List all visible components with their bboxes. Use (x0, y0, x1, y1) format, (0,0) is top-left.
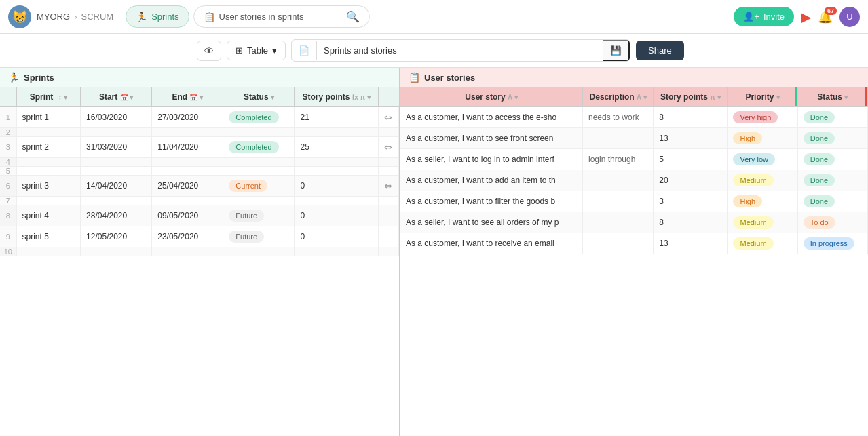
sprint-expand[interactable]: ⇔ (379, 137, 399, 158)
sprint-expand[interactable]: ⇔ (379, 107, 399, 128)
col-story-status[interactable]: Status ▾ (797, 87, 867, 107)
sprint-status (223, 167, 295, 176)
tab-sprints[interactable]: 🏃 Sprints (126, 5, 189, 28)
stories-section-label: User stories (424, 73, 475, 83)
stories-table: User story A ▾ Description A ▾ Story poi… (400, 87, 868, 254)
app-logo: 😸 (8, 5, 31, 28)
table-view-button[interactable]: ⊞ Table ▾ (227, 41, 286, 60)
sprint-name: sprint 3 (16, 176, 81, 197)
story-status: Done (797, 191, 867, 212)
sprint-start (81, 167, 152, 176)
row-num: 9 (0, 226, 16, 247)
sprints-tab-icon: 🏃 (136, 12, 147, 22)
story-text: As a customer, I want to see front scree… (400, 128, 582, 149)
sprint-end: 09/05/2020 (152, 205, 223, 226)
table-icon: ⊞ (235, 45, 243, 56)
sprint-expand[interactable] (379, 167, 399, 176)
sprint-points (295, 167, 379, 176)
story-description: login through (582, 149, 653, 170)
project-name[interactable]: SCRUM (81, 12, 113, 22)
sprints-table: Sprint ↕ ▾ Start 📅 ▾ End 📅 ▾ Status ▾ St… (0, 87, 399, 256)
sprint-name: sprint 5 (16, 226, 81, 247)
story-points: 20 (654, 170, 728, 191)
sprint-name (16, 247, 81, 256)
story-text: As a customer, I want to access the e-sh… (400, 107, 582, 128)
sprint-start (81, 247, 152, 256)
sprints-tab-label: Sprints (151, 12, 178, 22)
col-start[interactable]: Start 📅 ▾ (81, 87, 152, 107)
sprint-name: sprint 1 (16, 107, 81, 128)
col-user-story[interactable]: User story A ▾ (400, 87, 582, 107)
story-status: Done (797, 107, 867, 128)
sprint-expand[interactable] (379, 128, 399, 137)
story-status: To do (797, 212, 867, 233)
row-num: 8 (0, 205, 16, 226)
nav-right: 👤+ Invite ▶ 🔔 67 U (734, 7, 860, 27)
story-status: Done (797, 149, 867, 170)
sprint-expand[interactable] (379, 197, 399, 205)
tab-stories[interactable]: 📋 🔍 (193, 5, 370, 28)
sprint-status: Completed (223, 107, 295, 128)
sprint-points (295, 247, 379, 256)
sprint-expand[interactable] (379, 205, 399, 226)
sprint-name (16, 158, 81, 167)
col-priority[interactable]: Priority ▾ (728, 87, 797, 107)
notification-button[interactable]: 🔔 67 (818, 9, 833, 24)
save-button[interactable]: 💾 (603, 40, 630, 61)
expand-icon[interactable]: ⇔ (384, 142, 392, 153)
story-status: Done (797, 170, 867, 191)
sprint-expand[interactable]: ⇔ (379, 176, 399, 197)
story-description: needs to work (582, 107, 653, 128)
story-points: 8 (654, 107, 728, 128)
expand-icon[interactable]: ⇔ (384, 112, 392, 123)
sprint-status (223, 247, 295, 256)
sprints-section-label: Sprints (24, 73, 54, 83)
story-points: 13 (654, 233, 728, 254)
search-button[interactable]: 🔍 (346, 10, 360, 23)
sprint-expand[interactable] (379, 158, 399, 167)
share-button[interactable]: Share (636, 41, 684, 60)
col-points[interactable]: Story points fx π ▾ (295, 87, 379, 107)
sprint-name: sprint 4 (16, 205, 81, 226)
sprint-name (16, 128, 81, 137)
col-description[interactable]: Description A ▾ (582, 87, 653, 107)
org-name[interactable]: MYORG (37, 12, 70, 22)
sprint-status: Future (223, 205, 295, 226)
stories-section: 📋 User stories User story A ▾ Descriptio… (400, 68, 868, 436)
stories-tab-input[interactable] (219, 12, 342, 22)
col-end[interactable]: End 📅 ▾ (152, 87, 223, 107)
view-title-input[interactable] (317, 41, 603, 60)
sprint-points: 21 (295, 107, 379, 128)
visibility-button[interactable]: 👁 (197, 41, 221, 61)
story-points: 3 (654, 191, 728, 212)
story-points: 5 (654, 149, 728, 170)
col-story-points[interactable]: Story points π ▾ (654, 87, 728, 107)
sprint-status: Completed (223, 137, 295, 158)
table-label: Table (247, 45, 268, 56)
invite-button[interactable]: 👤+ Invite (734, 7, 794, 26)
col-sprint[interactable]: Sprint ↕ ▾ (16, 87, 81, 107)
sprint-expand[interactable] (379, 226, 399, 247)
sprint-expand[interactable] (379, 247, 399, 256)
user-avatar[interactable]: U (839, 7, 860, 27)
stories-header: 📋 User stories (400, 68, 868, 87)
story-priority: High (728, 128, 797, 149)
sprint-points (295, 158, 379, 167)
view-title-icon: 📄 (292, 41, 317, 60)
story-text: As a customer, I want to receive an emai… (400, 233, 582, 254)
sprint-points: 0 (295, 205, 379, 226)
story-description (582, 212, 653, 233)
notif-badge: 67 (825, 7, 837, 15)
sprint-start: 12/05/2020 (81, 226, 152, 247)
story-priority: Very high (728, 107, 797, 128)
expand-icon[interactable]: ⇔ (384, 180, 392, 191)
sprint-start (81, 197, 152, 205)
col-status[interactable]: Status ▾ (223, 87, 295, 107)
story-points: 8 (654, 212, 728, 233)
sprint-status: Future (223, 226, 295, 247)
sprint-start: 16/03/2020 (81, 107, 152, 128)
youtube-button[interactable]: ▶ (801, 9, 811, 25)
sprint-start: 14/04/2020 (81, 176, 152, 197)
sprint-start (81, 128, 152, 137)
sprint-start (81, 158, 152, 167)
